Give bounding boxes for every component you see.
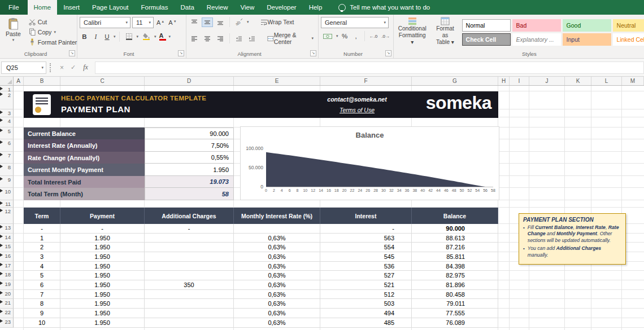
- col-header-a[interactable]: A: [14, 77, 24, 85]
- payment-cell[interactable]: 0,63%: [234, 271, 320, 280]
- info-value-interest-rate-annually[interactable]: 7,50%: [145, 139, 234, 152]
- row-header-14[interactable]: 14: [0, 234, 14, 243]
- alignment-dialog-launcher[interactable]: ↘: [310, 50, 316, 56]
- col-header-e[interactable]: E: [234, 77, 320, 85]
- payment-cell[interactable]: 1.950: [60, 262, 145, 271]
- cut-button[interactable]: Cut: [29, 19, 77, 25]
- payment-cell[interactable]: 0,63%: [234, 243, 320, 252]
- payment-cell[interactable]: [145, 262, 234, 271]
- decrease-font-size-button[interactable]: A▼: [167, 19, 177, 26]
- formula-bar-drag-handle[interactable]: [50, 63, 53, 72]
- payment-cell[interactable]: 0,63%: [234, 290, 320, 299]
- col-header-g[interactable]: G: [412, 77, 498, 85]
- col-header-k[interactable]: K: [565, 77, 591, 85]
- payment-cell[interactable]: 512: [320, 290, 412, 299]
- fill-color-button[interactable]: [140, 31, 153, 42]
- payment-cell[interactable]: 494: [320, 309, 412, 318]
- row-header-8[interactable]: 8: [0, 164, 14, 176]
- middle-align-button[interactable]: [202, 17, 213, 27]
- payment-cell[interactable]: 7: [24, 290, 60, 299]
- row-header-4[interactable]: 4: [0, 117, 14, 127]
- row-header-18[interactable]: 18: [0, 271, 14, 280]
- row-header-23[interactable]: 23: [0, 318, 14, 328]
- info-value-total-interest-paid[interactable]: 19.073: [145, 176, 234, 188]
- style-bad[interactable]: Bad: [512, 19, 561, 32]
- payment-cell[interactable]: 0,63%: [234, 252, 320, 262]
- payment-cell[interactable]: 1.950: [60, 309, 145, 318]
- payment-cell[interactable]: 503: [320, 299, 412, 309]
- tab-developer[interactable]: Developer: [260, 0, 302, 15]
- tell-me-box[interactable]: Tell me what you want to do: [338, 0, 430, 15]
- wrap-text-button[interactable]: Wrap Text: [258, 17, 297, 27]
- tab-formulas[interactable]: Formulas: [135, 0, 175, 15]
- payment-cell[interactable]: 5: [24, 271, 60, 280]
- payment-cell[interactable]: 1.950: [60, 280, 145, 290]
- payment-cell[interactable]: 0,63%: [234, 262, 320, 271]
- payment-cell[interactable]: 79.011: [412, 299, 498, 309]
- payment-cell[interactable]: 3: [24, 252, 60, 262]
- payment-cell[interactable]: 1.950: [60, 271, 145, 280]
- increase-indent-button[interactable]: [246, 34, 258, 43]
- table-header-balance[interactable]: Balance: [412, 208, 498, 224]
- insert-function-icon[interactable]: fx: [79, 63, 92, 72]
- align-left-button[interactable]: [189, 34, 200, 43]
- tab-data[interactable]: Data: [175, 0, 201, 15]
- payment-cell[interactable]: 81.896: [412, 280, 498, 290]
- row-header-6[interactable]: 6: [0, 139, 14, 152]
- row-header-2[interactable]: 2: [0, 91, 14, 109]
- row-header-21[interactable]: 21: [0, 299, 14, 309]
- font-dialog-launcher[interactable]: ↘: [178, 50, 184, 56]
- payment-cell[interactable]: 1.950: [60, 299, 145, 309]
- payment-cell[interactable]: [145, 234, 234, 243]
- style-explanatory[interactable]: Explanatory ...: [512, 33, 561, 46]
- font-color-button[interactable]: A: [158, 33, 167, 41]
- tab-insert[interactable]: Insert: [57, 0, 86, 15]
- tab-review[interactable]: Review: [201, 0, 234, 15]
- payment-cell[interactable]: 76.089: [412, 318, 498, 328]
- col-header-i[interactable]: I: [510, 77, 529, 85]
- payment-cell[interactable]: [145, 271, 234, 280]
- payment-cell[interactable]: 554: [320, 243, 412, 252]
- style-normal[interactable]: Normal: [462, 19, 511, 32]
- payment-cell[interactable]: [145, 290, 234, 299]
- payment-cell[interactable]: 536: [320, 262, 412, 271]
- font-size-select[interactable]: 11 ▾: [132, 17, 154, 28]
- borders-button[interactable]: [123, 31, 135, 42]
- bottom-align-button[interactable]: [215, 17, 226, 27]
- tab-file[interactable]: File: [0, 0, 28, 15]
- comma-style-button[interactable]: ,: [351, 32, 361, 40]
- col-header-c[interactable]: C: [60, 77, 145, 85]
- conditional-formatting-button[interactable]: Conditional Formatting ▾: [396, 17, 428, 46]
- payment-cell[interactable]: 84.398: [412, 262, 498, 271]
- number-format-select[interactable]: General ▾: [321, 17, 389, 28]
- payment-cell[interactable]: 350: [145, 280, 234, 290]
- style-neutral[interactable]: Neutral: [613, 19, 644, 32]
- table-header-monthly-interest-rate[interactable]: Monthly Interest Rate (%): [234, 208, 320, 224]
- align-right-button[interactable]: [215, 34, 226, 43]
- col-header-j[interactable]: J: [529, 77, 565, 85]
- payment-cell[interactable]: 0,63%: [234, 318, 320, 328]
- format-painter-button[interactable]: Format Painter: [29, 38, 77, 46]
- payment-cell[interactable]: [145, 299, 234, 309]
- enter-icon[interactable]: ✓: [67, 64, 79, 71]
- payment-cell[interactable]: 1: [24, 234, 60, 243]
- row-header-1[interactable]: 1: [0, 86, 14, 91]
- row-header-15[interactable]: 15: [0, 243, 14, 252]
- style-good[interactable]: Good: [563, 19, 611, 32]
- payment-cell[interactable]: -: [320, 224, 412, 234]
- payment-cell[interactable]: 563: [320, 234, 412, 243]
- payment-cell[interactable]: 545: [320, 252, 412, 262]
- row-header-7[interactable]: 7: [0, 152, 14, 164]
- italic-button[interactable]: I: [91, 33, 101, 41]
- percent-style-button[interactable]: %: [340, 32, 350, 40]
- payment-cell[interactable]: 88.613: [412, 234, 498, 243]
- select-all-corner[interactable]: [0, 77, 14, 85]
- payment-cell[interactable]: 85.811: [412, 252, 498, 262]
- tab-page-layout[interactable]: Page Layout: [86, 0, 135, 15]
- row-header-10[interactable]: 10: [0, 188, 14, 200]
- payment-cell[interactable]: 9: [24, 309, 60, 318]
- payment-cell[interactable]: 1.950: [60, 252, 145, 262]
- row-header-9[interactable]: 9: [0, 176, 14, 188]
- payment-cell[interactable]: [234, 224, 320, 234]
- table-header-payment[interactable]: Payment: [60, 208, 145, 224]
